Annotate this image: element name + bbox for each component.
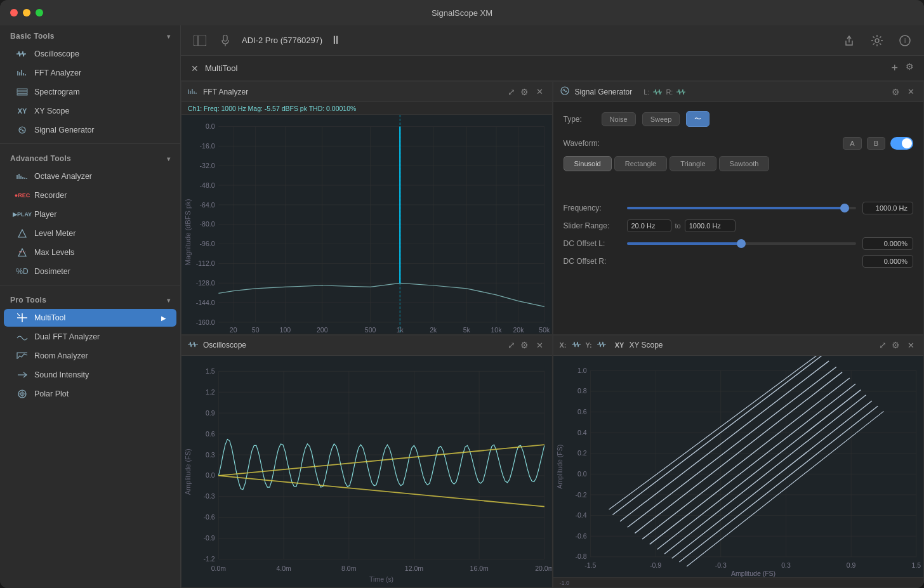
info-button[interactable]: i	[896, 32, 914, 49]
ab-toggle[interactable]	[890, 137, 913, 150]
room-analyzer-label: Room Analyzer	[34, 351, 88, 360]
fft-close-button[interactable]: ✕	[534, 86, 546, 98]
multitool-label: MultiTool	[34, 313, 65, 322]
svg-text:1.5: 1.5	[206, 367, 215, 374]
svg-text:10k: 10k	[491, 326, 503, 334]
sidebar-item-level-meter[interactable]: Level Meter	[4, 225, 176, 242]
sidebar-item-room-analyzer[interactable]: Room Analyzer	[4, 347, 176, 365]
frequency-slider-track[interactable]	[627, 207, 857, 209]
frequency-value: 1000.0 Hz	[862, 202, 913, 214]
sidebar-item-xy[interactable]: XY XY Scope	[4, 102, 176, 120]
sidebar-item-spectrogram[interactable]: Spectrogram	[4, 83, 176, 101]
xy-expand-icon[interactable]: ⤢	[879, 340, 887, 350]
multitool-settings-button[interactable]: ⚙	[906, 62, 914, 75]
rectangle-button[interactable]: Rectangle	[614, 156, 668, 171]
signal-gen-close-button[interactable]: ✕	[905, 86, 917, 98]
range-max-input[interactable]	[685, 219, 736, 232]
svg-marker-15	[18, 230, 26, 237]
close-button[interactable]	[10, 9, 18, 16]
sidebar-item-recorder[interactable]: ●REC Recorder	[4, 186, 176, 204]
dc-l-slider-thumb[interactable]	[737, 239, 746, 248]
xy-panel-icon-r	[597, 341, 606, 349]
svg-text:50k: 50k	[539, 326, 550, 334]
svg-text:Time (s): Time (s)	[369, 575, 393, 582]
sidebar-item-fft[interactable]: FFT Analyzer	[4, 64, 176, 82]
wave-button[interactable]: 〜	[686, 111, 710, 127]
triangle-button[interactable]: Triangle	[670, 156, 716, 171]
fft-panel-header: FFT Analyzer ⤢ ⚙ ✕	[182, 82, 552, 102]
b-button[interactable]: B	[867, 137, 885, 150]
svg-text:Amplitude (FS): Amplitude (FS)	[556, 444, 563, 488]
sidebar-item-signal-gen[interactable]: Signal Generator	[4, 121, 176, 139]
pro-tools-chevron: ▾	[167, 297, 170, 304]
multitool-title: MultiTool	[205, 63, 237, 73]
svg-text:Magnitude (dBFS pk): Magnitude (dBFS pk)	[184, 199, 192, 266]
svg-text:Amplitude (FS): Amplitude (FS)	[184, 448, 192, 495]
settings-button[interactable]	[868, 32, 886, 49]
fft-panel-title: FFT Analyzer	[203, 88, 248, 96]
svg-text:0.0m: 0.0m	[211, 564, 226, 572]
signal-gen-label: Signal Generator	[34, 126, 95, 134]
svg-text:12.0m: 12.0m	[405, 564, 423, 572]
dc-offset-r-value: 0.000%	[862, 255, 913, 268]
dc-l-slider-track[interactable]	[627, 242, 857, 245]
maximize-button[interactable]	[36, 9, 43, 16]
osc-expand-icon[interactable]: ⤢	[508, 340, 515, 350]
svg-text:0.9: 0.9	[846, 562, 855, 569]
advanced-tools-header[interactable]: Advanced Tools ▾	[0, 148, 180, 167]
svg-rect-126	[553, 356, 924, 578]
basic-tools-header[interactable]: Basic Tools ▾	[0, 25, 180, 44]
advanced-tools-chevron: ▾	[167, 155, 170, 162]
dosimeter-label: Dosimeter	[34, 267, 70, 276]
fft-settings-icon[interactable]: ⚙	[520, 87, 529, 97]
xy-settings-icon[interactable]: ⚙	[892, 340, 900, 350]
svg-text:-0.3: -0.3	[715, 562, 726, 569]
sidebar-item-multitool[interactable]: MultiTool ▶	[4, 309, 176, 327]
fft-panel-icon	[188, 88, 198, 96]
svg-rect-28	[223, 35, 227, 41]
dc-offset-l-value: 0.000%	[862, 237, 913, 250]
range-min-input[interactable]	[627, 219, 671, 232]
xy-close-button[interactable]: ✕	[905, 339, 917, 351]
sidebar-toggle-button[interactable]	[191, 32, 209, 49]
sidebar-item-dosimeter[interactable]: %D Dosimeter	[4, 263, 176, 280]
frequency-slider-thumb[interactable]	[840, 204, 849, 212]
svg-text:-112.0: -112.0	[196, 259, 215, 267]
panels-grid: FFT Analyzer ⤢ ⚙ ✕ Ch1: Freq: 1000 Hz Ma…	[181, 81, 924, 588]
a-button[interactable]: A	[843, 137, 861, 150]
app-title: SignalScope XM	[432, 8, 492, 18]
sidebar-item-oscilloscope[interactable]: Oscilloscope	[4, 45, 176, 63]
sawtooth-button[interactable]: Sawtooth	[719, 156, 770, 171]
svg-text:-1.2: -1.2	[203, 554, 214, 562]
waveform-ab-controls: A B	[843, 137, 913, 150]
dual-fft-icon	[16, 332, 28, 341]
multitool-icon	[16, 313, 28, 322]
osc-settings-icon[interactable]: ⚙	[520, 340, 529, 350]
polar-icon	[16, 389, 28, 398]
noise-button[interactable]: Noise	[602, 112, 636, 126]
sidebar-item-octave[interactable]: Octave Analyzer	[4, 167, 176, 185]
signal-gen-header: Signal Generator L: R: ⚙ ✕	[553, 82, 924, 102]
signal-gen-settings-icon[interactable]: ⚙	[892, 87, 900, 97]
svg-text:-80.0: -80.0	[200, 220, 215, 228]
sidebar-item-polar-plot[interactable]: Polar Plot	[4, 385, 176, 403]
fft-expand-icon[interactable]: ⤢	[508, 87, 515, 97]
waveform-label: Waveform:	[564, 139, 608, 148]
share-button[interactable]	[840, 32, 858, 49]
svg-rect-26	[194, 36, 206, 46]
sidebar-item-sound-intensity[interactable]: Sound Intensity	[4, 366, 176, 384]
pause-button[interactable]: ⏸	[330, 34, 341, 47]
svg-rect-6	[17, 91, 27, 93]
sidebar-item-max-levels[interactable]: Max Levels	[4, 244, 176, 261]
osc-close-button[interactable]: ✕	[534, 339, 546, 351]
sinusoid-button[interactable]: Sinusoid	[564, 156, 612, 171]
sweep-button[interactable]: Sweep	[642, 112, 680, 126]
polar-plot-label: Polar Plot	[34, 389, 69, 398]
multitool-add-button[interactable]: +	[891, 62, 898, 75]
sidebar-item-player[interactable]: ▶PLAY Player	[4, 206, 176, 223]
frequency-section: Frequency: 1000.0 Hz Slider Range:	[564, 202, 914, 268]
minimize-button[interactable]	[23, 9, 30, 16]
pro-tools-header[interactable]: Pro Tools ▾	[0, 289, 180, 308]
svg-text:20.0m: 20.0m	[535, 564, 551, 572]
sidebar-item-dual-fft[interactable]: Dual FFT Analyzer	[4, 328, 176, 346]
